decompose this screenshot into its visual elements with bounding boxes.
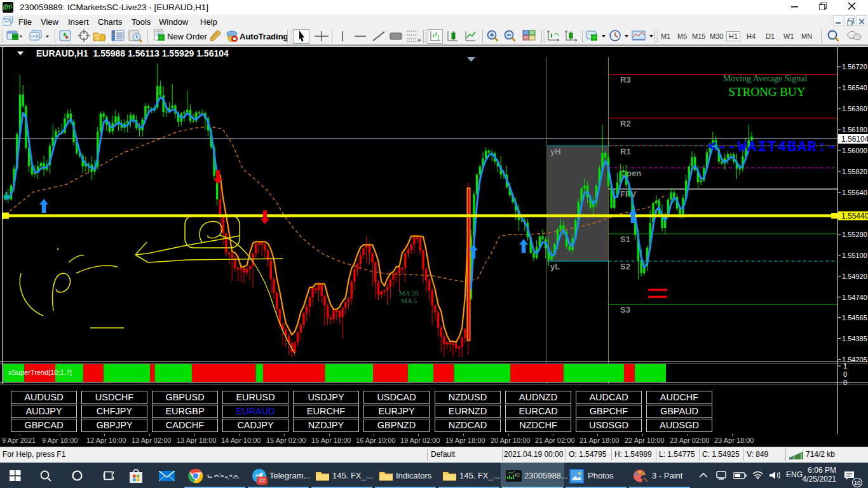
svg-text:1.54740: 1.54740 [842, 294, 867, 301]
svg-text:1.55440: 1.55440 [841, 212, 868, 220]
svg-text:S1: S1 [620, 234, 630, 244]
svg-text:1.56540: 1.56540 [842, 84, 867, 92]
svg-text:R1: R1 [620, 147, 631, 156]
svg-text:1.56720: 1.56720 [842, 63, 867, 71]
svg-text:1: 1 [843, 362, 847, 370]
svg-text:0: 0 [843, 370, 847, 378]
svg-text:IC: IC [515, 472, 520, 478]
svg-text:Moving Average Signal: Moving Average Signal [723, 74, 808, 83]
svg-text:R2: R2 [620, 119, 631, 128]
svg-text:F: F [418, 37, 421, 43]
svg-text:1.56104: 1.56104 [841, 135, 868, 144]
svg-text:STRONG BUY: STRONG BUY [729, 85, 806, 98]
svg-text:R3: R3 [620, 75, 631, 85]
svg-text:1.54565: 1.54565 [842, 314, 867, 322]
svg-text:1.55100: 1.55100 [842, 252, 867, 259]
svg-text:MA 5: MA 5 [401, 297, 417, 304]
svg-text:EURAUD,H1 1.55988 1.56113 1.5: EURAUD,H1 1.55988 1.56113 1.55929 1.5610… [36, 48, 229, 58]
svg-text:1.54385: 1.54385 [842, 335, 867, 342]
svg-text:1.56000: 1.56000 [842, 147, 867, 154]
svg-text:1.55640: 1.55640 [842, 189, 867, 196]
svg-text:1.56360: 1.56360 [842, 105, 867, 112]
svg-text:yL: yL [550, 262, 560, 271]
svg-text:S3: S3 [620, 305, 630, 315]
svg-text:<--WAIT4BAR:-: <--WAIT4BAR:- [708, 139, 836, 156]
svg-text:1.55820: 1.55820 [842, 168, 867, 175]
svg-text:1.55280: 1.55280 [842, 231, 867, 238]
svg-text:0: 0 [843, 379, 847, 386]
svg-text:1.54920: 1.54920 [842, 273, 867, 280]
svg-text:S2: S2 [620, 262, 630, 271]
svg-text:xSuperTrend[10;1.7]: xSuperTrend[10;1.7] [8, 369, 72, 376]
svg-text:MA 20: MA 20 [399, 289, 419, 297]
svg-text:1.56180: 1.56180 [842, 126, 867, 133]
svg-text:yH: yH [550, 147, 561, 156]
